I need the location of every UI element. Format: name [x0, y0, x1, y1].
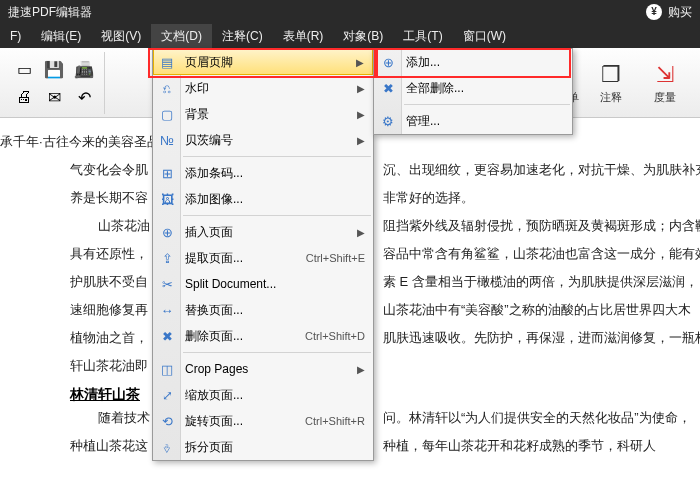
menu-form[interactable]: 表单(R)	[273, 24, 334, 48]
menu-tool[interactable]: 工具(T)	[393, 24, 452, 48]
submenu-item[interactable]: ⊕添加...	[374, 49, 572, 75]
menu-item-label: 添加条码...	[185, 165, 243, 182]
menu-item-icon: ▤	[158, 55, 176, 70]
currency-icon[interactable]: ¥	[646, 4, 662, 20]
menu-item[interactable]: ⇪提取页面...Ctrl+Shift+E	[153, 245, 373, 271]
menu-item[interactable]: №贝茨编号▶	[153, 127, 373, 153]
submenu-item-label: 管理...	[406, 113, 440, 130]
document-menu-dropdown: ▤页眉页脚▶⎌水印▶▢背景▶№贝茨编号▶⊞添加条码...🖼添加图像...⊕插入页…	[152, 48, 374, 461]
menu-comment[interactable]: 注释(C)	[212, 24, 273, 48]
chevron-right-icon: ▶	[357, 227, 365, 238]
menu-item[interactable]: ✖删除页面...Ctrl+Shift+D	[153, 323, 373, 349]
menu-item[interactable]: ▢背景▶	[153, 101, 373, 127]
app-title: 捷速PDF编辑器	[8, 0, 92, 24]
menu-item-icon: ◫	[158, 362, 176, 377]
menu-item[interactable]: ◫Crop Pages▶	[153, 356, 373, 382]
menu-window[interactable]: 窗口(W)	[453, 24, 516, 48]
submenu-item[interactable]: ✖全部删除...	[374, 75, 572, 101]
chevron-right-icon: ▶	[356, 57, 364, 68]
chevron-right-icon: ▶	[357, 364, 365, 375]
submenu-item-label: 添加...	[406, 54, 440, 71]
menu-item-icon: ⊞	[158, 166, 176, 181]
menu-item-label: 替换页面...	[185, 302, 243, 319]
submenu-item-icon: ✖	[379, 81, 397, 96]
menu-item-icon: ⇪	[158, 251, 176, 266]
menu-item-icon: ⊕	[158, 225, 176, 240]
annotate-button[interactable]: ❐注释	[586, 54, 636, 112]
print-icon[interactable]: 🖨	[10, 84, 38, 110]
menu-item[interactable]: ↔替换页面...	[153, 297, 373, 323]
menu-item-icon: ▢	[158, 107, 176, 122]
chevron-right-icon: ▶	[357, 135, 365, 146]
menu-item-label: 插入页面	[185, 224, 233, 241]
menu-item-icon: ✂	[158, 277, 176, 292]
mail-icon[interactable]: ✉	[40, 84, 68, 110]
menu-edit[interactable]: 编辑(E)	[31, 24, 91, 48]
menu-item[interactable]: ⟲旋转页面...Ctrl+Shift+R	[153, 408, 373, 434]
menu-item-label: Split Document...	[185, 277, 276, 291]
submenu-item-label: 全部删除...	[406, 80, 464, 97]
menu-item[interactable]: ✂Split Document...	[153, 271, 373, 297]
menu-item-label: 旋转页面...	[185, 413, 243, 430]
menu-document[interactable]: 文档(D)	[151, 24, 212, 48]
titlebar: 捷速PDF编辑器 ¥ 购买	[0, 0, 700, 24]
undo-icon[interactable]: ↶	[70, 84, 98, 110]
menu-item-label: 背景	[185, 106, 209, 123]
buy-label[interactable]: 购买	[668, 0, 692, 24]
menu-item-icon: ↔	[158, 303, 176, 318]
submenu-item[interactable]: ⚙管理...	[374, 108, 572, 134]
menu-item-label: 水印	[185, 80, 209, 97]
submenu-item-icon: ⊕	[379, 55, 397, 70]
menu-item[interactable]: ⤢缩放页面...	[153, 382, 373, 408]
new-doc-icon[interactable]: ▭	[10, 56, 38, 82]
menu-item[interactable]: 🖼添加图像...	[153, 186, 373, 212]
menu-item-icon: ✖	[158, 329, 176, 344]
menu-item[interactable]: ⊞添加条码...	[153, 160, 373, 186]
menu-item[interactable]: ⊕插入页面▶	[153, 219, 373, 245]
menu-item-label: 页眉页脚	[185, 54, 233, 71]
menu-view[interactable]: 视图(V)	[91, 24, 151, 48]
scan-icon[interactable]: 📠	[70, 56, 98, 82]
menu-item-label: 拆分页面	[185, 439, 233, 456]
chevron-right-icon: ▶	[357, 83, 365, 94]
menu-item-icon: ⎀	[158, 440, 176, 455]
chevron-right-icon: ▶	[357, 109, 365, 120]
annotate-icon: ❐	[601, 62, 621, 88]
toolgroup-file: ▭ 💾 📠 🖨 ✉ ↶	[4, 52, 105, 114]
menu-item-label: 添加图像...	[185, 191, 243, 208]
submenu-item-icon: ⚙	[379, 114, 397, 129]
measure-button[interactable]: ⇲度量	[640, 54, 690, 112]
save-icon[interactable]: 💾	[40, 56, 68, 82]
menu-item-label: 删除页面...	[185, 328, 243, 345]
menu-item-icon: ⟲	[158, 414, 176, 429]
menu-item[interactable]: ⎀拆分页面	[153, 434, 373, 460]
menu-item[interactable]: ▤页眉页脚▶	[153, 49, 373, 75]
menubar: F) 编辑(E) 视图(V) 文档(D) 注释(C) 表单(R) 对象(B) 工…	[0, 24, 700, 48]
menu-item[interactable]: ⎌水印▶	[153, 75, 373, 101]
menu-item-icon: ⤢	[158, 388, 176, 403]
menu-item-label: 贝茨编号	[185, 132, 233, 149]
measure-icon: ⇲	[656, 62, 674, 88]
menu-item-label: 提取页面...	[185, 250, 243, 267]
menu-item-icon: ⎌	[158, 81, 176, 96]
header-footer-submenu: ⊕添加...✖全部删除...⚙管理...	[373, 48, 573, 135]
menu-file[interactable]: F)	[0, 24, 31, 48]
menu-item-label: Crop Pages	[185, 362, 248, 376]
menu-item-icon: №	[158, 133, 176, 148]
menu-object[interactable]: 对象(B)	[333, 24, 393, 48]
menu-item-icon: 🖼	[158, 192, 176, 207]
menu-item-label: 缩放页面...	[185, 387, 243, 404]
